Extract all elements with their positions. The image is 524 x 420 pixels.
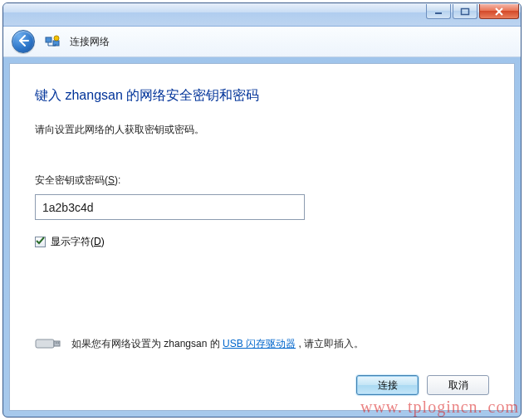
usb-hint-row: 如果您有网络设置为 zhangsan 的 USB 闪存驱动器 , 请立即插入。	[35, 335, 489, 352]
svg-rect-2	[46, 37, 51, 42]
checkmark-icon	[36, 237, 45, 248]
security-key-input[interactable]	[35, 194, 305, 220]
button-row: 连接 取消	[35, 375, 489, 395]
maximize-button[interactable]	[453, 4, 477, 19]
usb-drive-icon	[35, 335, 61, 352]
usb-flash-link[interactable]: USB 闪存驱动器	[223, 338, 296, 349]
cancel-button[interactable]: 取消	[427, 375, 489, 395]
svg-rect-6	[54, 341, 60, 346]
back-button[interactable]	[12, 30, 35, 53]
close-button[interactable]	[479, 4, 519, 19]
header-title: 连接网络	[70, 35, 110, 49]
sub-heading: 请向设置此网络的人获取密钥或密码。	[35, 123, 489, 137]
main-heading: 键入 zhangsan 的网络安全密钥和密码	[35, 87, 489, 105]
header-bar: 连接网络	[3, 27, 521, 57]
show-chars-checkbox[interactable]	[35, 237, 46, 247]
connect-button[interactable]: 连接	[356, 375, 419, 395]
svg-rect-1	[462, 8, 469, 14]
svg-rect-0	[435, 12, 442, 14]
network-icon	[45, 34, 60, 49]
show-chars-label: 显示字符(D)	[51, 235, 105, 249]
titlebar	[3, 3, 521, 27]
show-chars-row: 显示字符(D)	[35, 235, 489, 249]
minimize-button[interactable]	[426, 4, 451, 19]
back-arrow-icon	[17, 34, 30, 50]
svg-rect-5	[36, 339, 54, 348]
content-wrapper: 键入 zhangsan 的网络安全密钥和密码 请向设置此网络的人获取密钥或密码。…	[3, 57, 521, 417]
svg-rect-8	[58, 343, 60, 344]
spacer	[35, 249, 489, 335]
svg-point-4	[54, 36, 59, 41]
key-field-label: 安全密钥或密码(S):	[35, 173, 489, 188]
svg-rect-7	[56, 343, 57, 344]
content-panel: 键入 zhangsan 的网络安全密钥和密码 请向设置此网络的人获取密钥或密码。…	[9, 63, 515, 411]
usb-hint-text: 如果您有网络设置为 zhangsan 的 USB 闪存驱动器 , 请立即插入。	[71, 337, 364, 351]
window-frame: 连接网络 键入 zhangsan 的网络安全密钥和密码 请向设置此网络的人获取密…	[2, 2, 522, 418]
